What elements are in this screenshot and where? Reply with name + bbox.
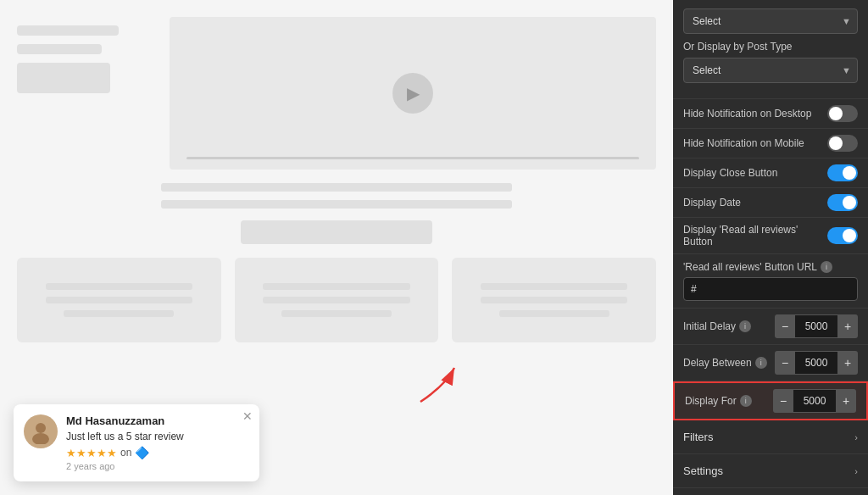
top-select-section: Select ▼ Or Display by Post Type Select … (673, 0, 868, 99)
display-for-decrement[interactable]: − (773, 389, 793, 413)
video-progress (186, 157, 639, 159)
notification-name: Md Hasanuzzaman (66, 414, 164, 427)
card-line (263, 297, 409, 303)
initial-delay-info-icon[interactable]: i (739, 320, 751, 332)
notification-avatar (24, 414, 58, 448)
card-line (263, 283, 409, 290)
bottom-cards (17, 258, 656, 342)
toggle-display-date: Display Date (673, 188, 868, 218)
toggle-read-reviews-label: Display 'Read all reviews' Button (683, 224, 827, 248)
filters-label: Filters (683, 431, 713, 443)
notification-on: on (120, 447, 131, 459)
toggle-display-date-knob (843, 196, 856, 209)
notification-content: Md Hasanuzzaman Just left us a 5 star re… (66, 414, 249, 471)
toggle-close-button-switch[interactable] (827, 164, 858, 181)
toggle-hide-desktop-label: Hide Notification on Desktop (683, 108, 811, 120)
url-input[interactable] (683, 277, 858, 301)
toggle-hide-mobile: Hide Notification on Mobile (673, 129, 868, 159)
post-type-label: Or Display by Post Type (683, 41, 858, 53)
toggle-display-date-switch[interactable] (827, 194, 858, 211)
header-section[interactable]: Header › (673, 488, 868, 495)
notification-time: 2 years ago (66, 461, 249, 471)
post-type-select-wrapper: Select ▼ (683, 58, 858, 83)
url-section: 'Read all reviews' Button URL i (673, 254, 868, 309)
initial-delay-increment[interactable]: + (837, 314, 858, 338)
display-for-input[interactable] (793, 389, 836, 413)
settings-chevron-icon: › (854, 466, 858, 476)
skeleton-line-2 (17, 44, 102, 54)
toggle-close-button-knob (843, 166, 856, 180)
red-arrow-annotation (412, 359, 463, 410)
svg-point-1 (32, 433, 49, 444)
toggle-read-reviews-knob (843, 229, 856, 242)
card-line (46, 297, 192, 303)
skeleton-mid-1 (161, 183, 513, 192)
notification-text: Just left us a 5 star review (66, 431, 184, 442)
display-for-control: − + (773, 389, 856, 413)
settings-label: Settings (683, 464, 723, 477)
notification-popup: ✕ Md Hasanuzzaman Just left us a 5 star … (14, 404, 259, 481)
notification-flag: 🔷 (135, 446, 149, 459)
delay-between-row: Delay Between i − + (673, 345, 868, 381)
card-1 (17, 258, 221, 342)
sidebar: Select ▼ Or Display by Post Type Select … (673, 0, 868, 495)
initial-delay-input[interactable] (795, 314, 837, 338)
skeleton-btn (17, 63, 110, 93)
toggle-hide-mobile-knob (829, 136, 843, 150)
toggle-hide-desktop-switch[interactable] (827, 105, 858, 122)
toggle-hide-desktop: Hide Notification on Desktop (673, 99, 868, 129)
url-label: 'Read all reviews' Button URL i (683, 261, 858, 273)
delay-between-control: − + (775, 351, 858, 375)
toggle-hide-mobile-switch[interactable] (827, 135, 858, 152)
toggle-hide-mobile-label: Hide Notification on Mobile (683, 137, 804, 149)
delay-between-increment[interactable]: + (837, 351, 858, 375)
skeleton-mid-2 (161, 200, 513, 209)
display-for-row: Display For i − + (673, 381, 868, 420)
toggle-read-reviews-switch[interactable] (827, 227, 858, 244)
notification-close-button[interactable]: ✕ (242, 409, 253, 423)
toggle-hide-desktop-knob (829, 107, 843, 120)
toggle-close-button-label: Display Close Button (683, 167, 777, 179)
notification-stars: ★★★★★ (66, 447, 117, 459)
video-placeholder: ▶ (170, 17, 656, 170)
skeleton-mid-btn (241, 220, 432, 244)
initial-delay-control: − + (775, 314, 858, 338)
filters-chevron-icon: › (854, 432, 858, 442)
toggle-display-date-label: Display Date (683, 197, 741, 209)
card-3 (452, 258, 656, 342)
preview-area: ▶ ✕ (0, 0, 673, 495)
display-for-increment[interactable]: + (836, 389, 856, 413)
display-for-label: Display For i (685, 395, 752, 407)
card-line-short (281, 310, 392, 317)
svg-point-0 (36, 423, 46, 433)
initial-delay-decrement[interactable]: − (775, 314, 795, 338)
skeleton-line-1 (17, 25, 119, 36)
card-line (481, 297, 627, 303)
card-line (481, 283, 627, 290)
filters-section[interactable]: Filters › (673, 420, 868, 454)
card-line-short (499, 310, 609, 317)
toggle-close-button: Display Close Button (673, 159, 868, 188)
card-line-short (64, 310, 174, 317)
delay-between-label: Delay Between i (683, 357, 767, 369)
post-type-select[interactable]: Select (683, 58, 858, 83)
initial-delay-row: Initial Delay i − + (673, 309, 868, 345)
delay-between-decrement[interactable]: − (775, 351, 795, 375)
card-2 (235, 258, 439, 342)
top-select-wrapper: Select ▼ (683, 8, 858, 34)
play-icon: ▶ (392, 73, 433, 114)
delay-between-input[interactable] (795, 351, 837, 375)
card-line (46, 283, 192, 290)
initial-delay-label: Initial Delay i (683, 320, 751, 332)
url-info-icon[interactable]: i (821, 261, 832, 273)
toggle-read-reviews-button: Display 'Read all reviews' Button (673, 218, 868, 254)
top-select[interactable]: Select (683, 8, 858, 34)
display-for-info-icon[interactable]: i (740, 395, 752, 407)
settings-section[interactable]: Settings › (673, 454, 868, 488)
delay-between-info-icon[interactable]: i (755, 357, 767, 369)
